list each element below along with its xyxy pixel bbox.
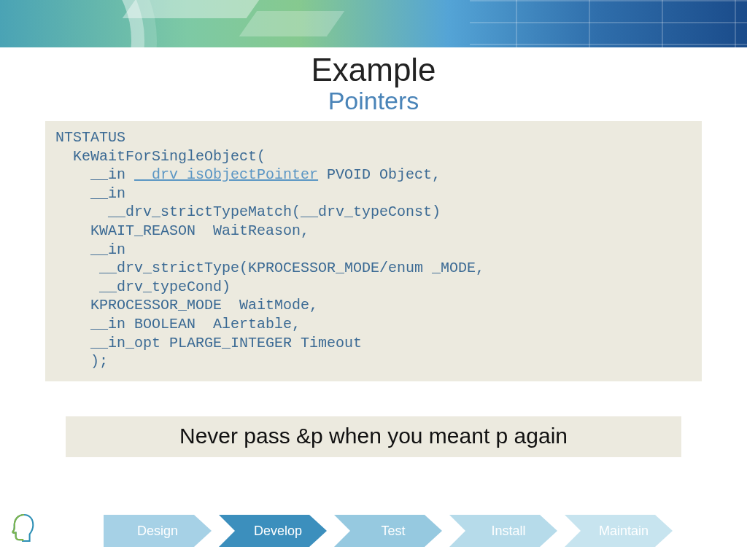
code-highlight: __drv_isObjectPointer bbox=[134, 166, 318, 183]
process-arrows: DesignDevelopTestInstallMaintain bbox=[104, 515, 680, 547]
head-logo-icon bbox=[10, 512, 38, 544]
code-block: NTSTATUS KeWaitForSingleObject( __in __d… bbox=[45, 121, 702, 381]
banner-diagonal-decor bbox=[239, 11, 345, 36]
slide-title: Example bbox=[20, 52, 727, 88]
banner-diagonal-decor bbox=[123, 0, 265, 18]
code-line: __drv_strictTypeMatch(__drv_typeConst) bbox=[55, 203, 441, 220]
slide-subtitle: Pointers bbox=[20, 87, 727, 115]
process-arrow-design: Design bbox=[104, 515, 212, 547]
code-line: __in BOOLEAN Alertable, bbox=[55, 316, 301, 332]
code-line: NTSTATUS bbox=[55, 129, 125, 146]
process-arrow-maintain: Maintain bbox=[565, 515, 673, 547]
code-line: PVOID Object, bbox=[318, 166, 441, 183]
slide-body: Example Pointers NTSTATUS KeWaitForSingl… bbox=[0, 52, 747, 457]
code-line: ); bbox=[55, 353, 108, 370]
code-line: __in bbox=[55, 241, 125, 258]
code-line: __drv_typeCond) bbox=[55, 279, 231, 295]
code-line: KeWaitForSingleObject( bbox=[55, 148, 266, 165]
banner-ring-decor bbox=[0, 0, 131, 47]
process-arrow-test: Test bbox=[334, 515, 442, 547]
code-line: __in bbox=[55, 185, 125, 202]
slide-callout: Never pass &p when you meant p again bbox=[66, 416, 681, 457]
slide-footer: DesignDevelopTestInstallMaintain bbox=[0, 500, 747, 551]
code-line: KPROCESSOR_MODE WaitMode, bbox=[55, 297, 318, 314]
code-line: __drv_strictType(KPROCESSOR_MODE/enum _M… bbox=[55, 260, 484, 276]
code-line: __in_opt PLARGE_INTEGER Timeout bbox=[55, 335, 362, 351]
banner-circuit-decor bbox=[470, 0, 747, 47]
code-line: __in bbox=[55, 166, 134, 183]
process-arrow-develop: Develop bbox=[219, 515, 327, 547]
slide-header-banner bbox=[0, 0, 747, 47]
code-line: KWAIT_REASON WaitReason, bbox=[55, 222, 309, 239]
process-arrow-install: Install bbox=[449, 515, 557, 547]
